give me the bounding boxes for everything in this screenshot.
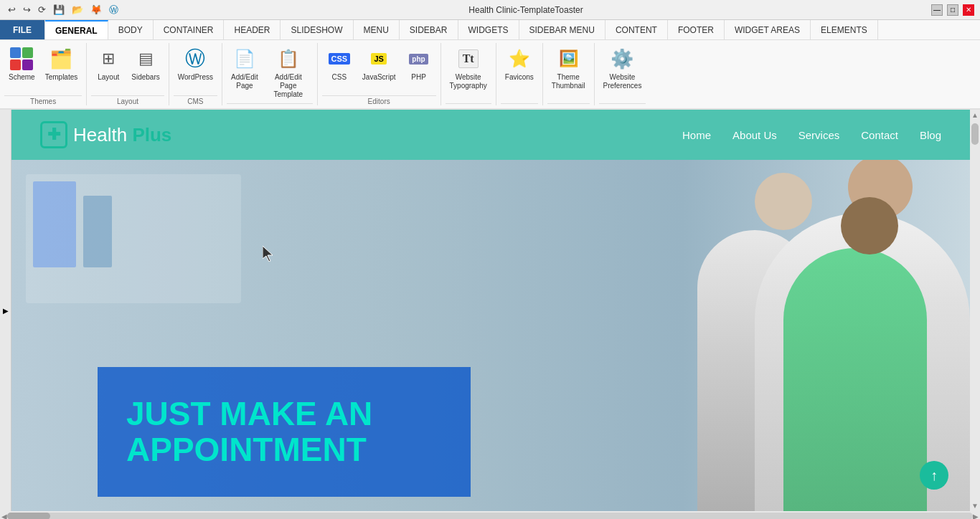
add-edit-template-button[interactable]: 📋 Add/Edit PageTemplate — [264, 43, 313, 102]
favicons-group-label — [501, 103, 538, 105]
open-icon[interactable]: 📂 — [70, 4, 85, 15]
title-bar: ↩ ↪ ⟳ 💾 📂 🦊 Ⓦ Health Clinic-TemplateToas… — [0, 0, 980, 20]
sidebars-button[interactable]: ▤ Sidebars — [127, 43, 164, 85]
favicons-icon: ⭐ — [507, 46, 532, 72]
add-edit-page-button[interactable]: 📄 Add/EditPage — [227, 43, 263, 93]
templates-button[interactable]: 🗂️ Templates — [41, 43, 83, 85]
ribbon-group-thumbnail: 🖼️ ThemeThumbnail — [543, 43, 595, 105]
php-button[interactable]: php PHP — [402, 43, 436, 85]
layout-button[interactable]: ⊞ Layout — [91, 43, 126, 85]
add-edit-template-label: Add/Edit PageTemplate — [268, 73, 308, 99]
doctor-head1 — [755, 173, 812, 230]
tab-content[interactable]: CONTENT — [606, 20, 668, 39]
window-controls: — □ ✕ — [931, 4, 974, 16]
wp-icon-small[interactable]: Ⓦ — [107, 4, 121, 16]
wordpress-button[interactable]: Ⓦ WordPress — [174, 43, 217, 85]
tab-sidebar-menu[interactable]: SIDEBAR MENU — [519, 20, 606, 39]
scroll-down-arrow[interactable]: ▼ — [971, 502, 979, 510]
scroll-right-arrow[interactable]: ▶ — [973, 513, 979, 520]
tab-container[interactable]: CONTAINER — [154, 20, 225, 39]
logo-text-regular: Health — [73, 124, 132, 146]
favicons-button[interactable]: ⭐ Favicons — [501, 43, 538, 85]
patient-head — [841, 197, 898, 254]
ribbon-group-typography: Tt WebsiteTypography — [441, 43, 496, 105]
nav-about[interactable]: About Us — [732, 129, 777, 141]
nav-blog[interactable]: Blog — [920, 129, 941, 141]
ribbon-tabs: FILE GENERAL BODY CONTAINER HEADER SLIDE… — [0, 20, 980, 40]
ribbon-group-layout: ⊞ Layout ▤ Sidebars Layout — [87, 43, 169, 105]
preferences-icon: ⚙️ — [609, 46, 635, 72]
thumbnail-items: 🖼️ ThemeThumbnail — [547, 43, 590, 102]
tab-header[interactable]: HEADER — [224, 20, 281, 39]
templates-icon: 🗂️ — [48, 46, 74, 72]
pages-group-label — [227, 103, 313, 105]
sidebar-toggle[interactable]: ▶ — [0, 110, 11, 511]
theme-thumbnail-label: ThemeThumbnail — [552, 73, 585, 90]
scroll-top-button[interactable]: ↑ — [920, 461, 948, 490]
tab-slideshow[interactable]: SLIDESHOW — [281, 20, 353, 39]
ribbon-group-favicons: ⭐ Favicons — [496, 43, 543, 105]
tab-widgets[interactable]: WIDGETS — [458, 20, 519, 39]
website-preferences-button[interactable]: ⚙️ WebsitePreferences — [599, 43, 646, 93]
tab-menu[interactable]: MENU — [354, 20, 400, 39]
tab-sidebar[interactable]: SIDEBAR — [400, 20, 458, 39]
javascript-icon: JS — [366, 46, 392, 72]
tab-footer[interactable]: FOOTER — [668, 20, 725, 39]
lab-item2 — [83, 196, 112, 267]
site-header: ✚ Health Plus Home About Us Services Con… — [11, 110, 970, 160]
php-label: PHP — [411, 73, 426, 82]
website-typography-label: WebsiteTypography — [450, 73, 487, 90]
website-preview: ✚ Health Plus Home About Us Services Con… — [11, 110, 970, 511]
editors-group-label: Editors — [322, 95, 436, 105]
minimize-button[interactable]: — — [931, 4, 943, 16]
ribbon: FILE GENERAL BODY CONTAINER HEADER SLIDE… — [0, 20, 980, 110]
lab-item1 — [33, 181, 76, 267]
ribbon-group-cms: Ⓦ WordPress CMS — [169, 43, 222, 105]
firefox-icon[interactable]: 🦊 — [88, 4, 104, 15]
javascript-button[interactable]: JS JavaScript — [358, 43, 400, 85]
right-scrollbar[interactable]: ▲ ▼ — [970, 110, 980, 511]
maximize-button[interactable]: □ — [947, 4, 958, 16]
hero-section: JUST MAKE AN APPOINTMENT ↑ — [11, 160, 970, 511]
css-button[interactable]: CSS CSS — [322, 43, 357, 85]
sidebars-icon: ▤ — [133, 46, 159, 72]
preferences-group-label — [599, 103, 646, 105]
theme-thumbnail-button[interactable]: 🖼️ ThemeThumbnail — [547, 43, 590, 93]
logo-icon: ✚ — [40, 121, 67, 148]
redo-icon[interactable]: ↪ — [21, 4, 33, 15]
horizontal-scrollbar[interactable]: ◀ ▶ — [0, 511, 980, 519]
scroll-up-arrow[interactable]: ▲ — [971, 111, 979, 119]
thumbnail-group-label — [547, 103, 590, 105]
forward-icon[interactable]: ⟳ — [36, 4, 48, 15]
website-typography-button[interactable]: Tt WebsiteTypography — [446, 43, 491, 93]
wordpress-label: WordPress — [178, 73, 213, 82]
close-button[interactable]: ✕ — [963, 4, 974, 16]
tab-widget-areas[interactable]: WIDGET AREAS — [725, 20, 811, 39]
layout-icon: ⊞ — [95, 46, 121, 72]
tab-elements[interactable]: ELEMENTS — [811, 20, 878, 39]
scheme-label: Scheme — [9, 73, 35, 82]
scroll-left-arrow[interactable]: ◀ — [1, 513, 7, 520]
layout-label: Layout — [98, 73, 119, 82]
tab-body[interactable]: BODY — [108, 20, 154, 39]
save-icon[interactable]: 💾 — [51, 4, 67, 15]
logo-plus-symbol: ✚ — [47, 125, 60, 144]
scroll-thumb-horizontal[interactable] — [7, 513, 50, 519]
sidebars-label: Sidebars — [131, 73, 159, 82]
cms-group-label: CMS — [174, 95, 217, 105]
javascript-label: JavaScript — [362, 73, 396, 82]
undo-icon[interactable]: ↩ — [6, 4, 18, 15]
tab-file[interactable]: FILE — [0, 20, 45, 39]
typography-group-label — [446, 103, 491, 105]
tab-general[interactable]: GENERAL — [45, 20, 108, 39]
ribbon-group-themes: Scheme 🗂️ Templates Themes — [0, 43, 87, 105]
nav-services[interactable]: Services — [798, 129, 840, 141]
sidebar-toggle-icon: ▶ — [3, 307, 9, 315]
scheme-button[interactable]: Scheme — [4, 43, 39, 85]
nav-contact[interactable]: Contact — [861, 129, 898, 141]
scroll-thumb[interactable] — [971, 123, 979, 145]
layout-group-label: Layout — [91, 95, 164, 105]
nav-home[interactable]: Home — [682, 129, 711, 141]
ribbon-group-preferences: ⚙️ WebsitePreferences — [595, 43, 651, 105]
hero-headline: JUST MAKE AN APPOINTMENT — [126, 396, 435, 468]
